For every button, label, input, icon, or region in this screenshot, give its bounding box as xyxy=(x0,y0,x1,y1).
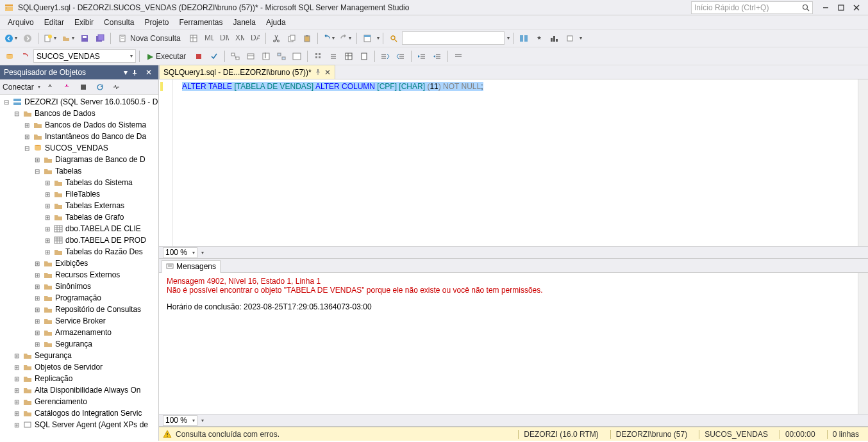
new-item-button[interactable]: ▾ xyxy=(42,31,58,45)
tree-node[interactable]: ⊞Catálogos do Integration Servic xyxy=(0,407,158,419)
indent-button[interactable] xyxy=(415,49,429,63)
save-all-button[interactable] xyxy=(93,31,107,45)
close-button[interactable] xyxy=(849,1,864,14)
sql-editor[interactable]: ALTER TABLE [TABELA DE VENDAS] ALTER COL… xyxy=(159,79,858,246)
save-button[interactable] xyxy=(78,31,92,45)
menu-consulta[interactable]: Consulta xyxy=(99,17,139,28)
tree-node[interactable]: ⊞Gerenciamento xyxy=(0,396,158,407)
redo-button[interactable]: ▾ xyxy=(338,31,353,45)
tree-node[interactable]: ⊞Objetos de Servidor xyxy=(0,361,158,373)
oe-stop-button[interactable] xyxy=(76,80,90,94)
messages-tab[interactable]: Mensagens xyxy=(162,260,221,273)
outdent-button[interactable] xyxy=(430,49,444,63)
maximize-button[interactable] xyxy=(833,1,849,14)
nav-back-button[interactable]: ▾ xyxy=(3,31,19,45)
tree-node[interactable]: ⊞Service Broker xyxy=(0,315,158,327)
tree-node[interactable]: ⊞Bancos de Dados do Sistema xyxy=(0,119,158,131)
cut-button[interactable] xyxy=(269,31,283,45)
tree-node[interactable]: ⊞Sinônimos xyxy=(0,281,158,292)
execute-button[interactable]: ▶ Executar xyxy=(143,49,190,63)
tree-node[interactable]: ⊞Instantâneos do Banco de Da xyxy=(0,131,158,142)
messages-pane[interactable]: Mensagem 4902, Nível 16, Estado 1, Linha… xyxy=(159,273,858,414)
tree-node[interactable]: ⊞Tabelas do Razão Des xyxy=(0,246,158,258)
nav-forward-button[interactable] xyxy=(21,31,35,45)
paste-button[interactable] xyxy=(300,31,314,45)
comment-button[interactable] xyxy=(378,49,392,63)
tree-node[interactable]: ⊞Armazenamento xyxy=(0,327,158,338)
tree-node[interactable]: ⊞Replicação xyxy=(0,373,158,384)
dax-button[interactable]: DAX xyxy=(248,31,262,45)
menu-ajuda[interactable]: Ajuda xyxy=(261,17,291,28)
minimize-button[interactable] xyxy=(818,1,833,14)
messages-scrollbar[interactable] xyxy=(858,273,868,414)
results-text-button[interactable] xyxy=(326,49,340,63)
change-connection-button[interactable] xyxy=(3,49,17,63)
zoom-selector[interactable]: 100 % ▾ xyxy=(163,415,197,426)
query-designer-button[interactable] xyxy=(187,31,201,45)
oe-filter-button[interactable] xyxy=(43,80,57,94)
database-selector[interactable]: SUCOS_VENDAS ▾ xyxy=(33,49,136,63)
tree-node[interactable]: ⊞Segurança xyxy=(0,338,158,350)
copy-button[interactable] xyxy=(285,31,299,45)
quick-launch-input[interactable]: Início Rápido (Ctrl+Q) xyxy=(691,1,813,14)
stop-button[interactable] xyxy=(192,49,206,63)
undo-button[interactable]: ▾ xyxy=(321,31,337,45)
tree-node[interactable]: ⊞Tabelas de Grafo xyxy=(0,211,158,223)
panel-close-button[interactable]: ✕ xyxy=(143,68,154,77)
panel-dropdown-button[interactable]: ▾ xyxy=(120,68,131,77)
live-stats-button[interactable] xyxy=(290,49,304,63)
actual-plan-button[interactable] xyxy=(274,49,288,63)
estimated-plan-button[interactable] xyxy=(228,49,242,63)
tree-node[interactable]: ⊞Tabelas do Sistema xyxy=(0,177,158,188)
tree-node[interactable]: ⊞Exibições xyxy=(0,258,158,269)
activity-monitor-button[interactable] xyxy=(547,31,562,45)
find-button[interactable] xyxy=(387,31,401,45)
query-options-button[interactable] xyxy=(244,49,258,63)
zoom-selector[interactable]: 100 % ▾ xyxy=(163,247,197,258)
intellisense-button[interactable]: I xyxy=(259,49,273,63)
mdx-button[interactable]: MDX xyxy=(202,31,216,45)
properties-button[interactable] xyxy=(532,31,546,45)
menu-janela[interactable]: Janela xyxy=(228,17,261,28)
tree-node[interactable]: ⊞Tabelas Externas xyxy=(0,200,158,211)
tree-node[interactable]: ⊞FileTables xyxy=(0,188,158,200)
pin-icon[interactable] xyxy=(315,69,321,76)
tree-node-server[interactable]: ⊟DEZORZI (SQL Server 16.0.1050.5 - D xyxy=(0,96,158,108)
tree-node[interactable]: ⊟SUCOS_VENDAS xyxy=(0,142,158,154)
connect-label[interactable]: Conectar xyxy=(3,83,34,92)
tree-node[interactable]: ⊞Recursos Externos xyxy=(0,269,158,281)
tree-node[interactable]: ⊞Programação xyxy=(0,292,158,304)
available-databases-button[interactable] xyxy=(18,49,32,63)
tree-node[interactable]: ⊟Bancos de Dados xyxy=(0,108,158,119)
menu-projeto[interactable]: Projeto xyxy=(139,17,174,28)
open-button[interactable]: ▾ xyxy=(60,31,76,45)
tree-node[interactable]: ⊟Tabelas xyxy=(0,165,158,177)
tree-node[interactable]: ⊞Segurança xyxy=(0,350,158,361)
oe-pulse-button[interactable] xyxy=(110,80,124,94)
template-browser-button[interactable] xyxy=(563,31,577,45)
document-tab[interactable]: SQLQuery1.sql - DE...EZORZI\bruno (57))*… xyxy=(159,65,335,79)
close-icon[interactable]: ✕ xyxy=(324,68,331,77)
uncomment-button[interactable] xyxy=(394,49,408,63)
panel-pin-button[interactable] xyxy=(131,69,143,76)
results-file-button[interactable] xyxy=(357,49,371,63)
registered-servers-button[interactable] xyxy=(517,31,531,45)
menu-ferramentas[interactable]: Ferramentas xyxy=(174,17,228,28)
specify-values-button[interactable] xyxy=(451,49,465,63)
tree-node[interactable]: ⊞Alta Disponibilidade Always On xyxy=(0,384,158,396)
tree-node[interactable]: ⊞Repositório de Consultas xyxy=(0,304,158,315)
client-stats-button[interactable] xyxy=(311,49,325,63)
tree-node[interactable]: ⊞Diagramas de Banco de D xyxy=(0,154,158,165)
tree-node[interactable]: ⊞dbo.TABELA DE PROD xyxy=(0,234,158,246)
solution-explorer-button[interactable] xyxy=(360,31,374,45)
xmla-button[interactable]: XMLA xyxy=(233,31,247,45)
tree-node[interactable]: ⊞dbo.TABELA DE CLIE xyxy=(0,223,158,234)
find-input[interactable] xyxy=(402,31,505,45)
new-query-button[interactable]: Nova Consulta xyxy=(114,31,185,45)
tree-node[interactable]: ⊞SQL Server Agent (Agent XPs de xyxy=(0,419,158,430)
menu-arquivo[interactable]: Arquivo xyxy=(3,17,39,28)
parse-button[interactable] xyxy=(207,49,221,63)
results-grid-button[interactable] xyxy=(342,49,356,63)
object-explorer-tree[interactable]: ⊟DEZORZI (SQL Server 16.0.1050.5 - D⊟Ban… xyxy=(0,95,158,441)
menu-exibir[interactable]: Exibir xyxy=(69,17,99,28)
